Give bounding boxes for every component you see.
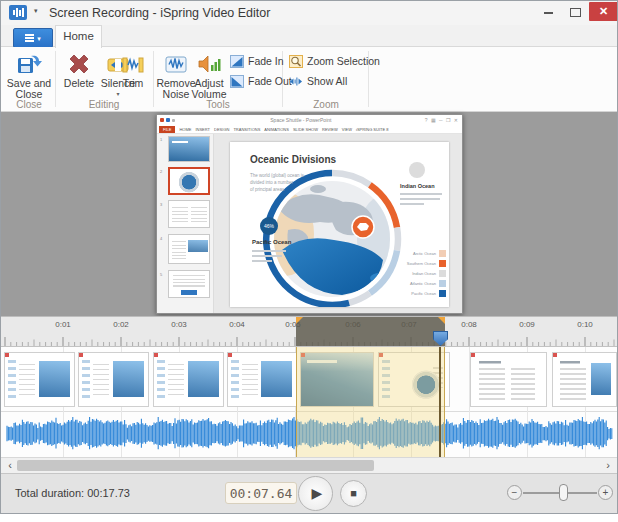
video-preview-area: Space Shuttle - PowerPoint ? ▦ ─ ❐ ✕ FIL… (1, 112, 617, 316)
slide-body-text: The world (global) ocean is divided into… (250, 172, 310, 193)
group-separator (55, 51, 56, 107)
total-duration-label: Total duration: (15, 487, 84, 499)
ppt-save-icon (166, 118, 170, 122)
legend-row: Indian Ocean (368, 268, 446, 278)
group-separator (153, 51, 154, 107)
ppt-slide-panel: 1 2 3 4 5 (157, 134, 214, 313)
timeline-thumbnail[interactable] (227, 352, 297, 407)
ruler-label: 0:08 (457, 320, 481, 329)
text-line (252, 250, 286, 252)
ruler-label: 0:03 (167, 320, 191, 329)
total-duration-value: 00:17.73 (87, 487, 130, 499)
play-button[interactable]: ▶ (298, 476, 333, 511)
timeline-thumbnail[interactable] (78, 352, 149, 407)
app-menu-icon (25, 34, 34, 42)
zoom-selection-label: Zoom Selection (307, 55, 380, 67)
remove-noise-icon (163, 51, 189, 77)
timeline-scrollbar[interactable]: ‹ › (1, 457, 617, 473)
scrollbar-thumb[interactable] (17, 460, 374, 471)
ppt-logo-icon (160, 118, 164, 122)
timeline-thumbnail[interactable] (470, 352, 547, 407)
fade-in-icon (230, 55, 244, 68)
slide-number: 5 (160, 272, 162, 277)
close-button[interactable]: ✕ (589, 2, 618, 21)
ppt-tab: ANIMATIONS (264, 127, 289, 132)
slide-number: 1 (160, 137, 162, 142)
ppt-slide-canvas: Oceanic Divisions The world (global) oce… (230, 142, 449, 307)
fade-out-button[interactable]: Fade Out (230, 73, 292, 89)
ruler-label: 0:09 (515, 320, 539, 329)
timeline-ruler[interactable]: 0:01 0:02 0:03 0:04 0:05 0:06 0:07 0:08 … (1, 316, 617, 347)
ruler-label: 0:10 (573, 320, 597, 329)
trim-icon (120, 51, 146, 77)
show-all-icon (289, 75, 303, 88)
track-selection-overlay[interactable] (296, 347, 445, 457)
ribbon: Save and Close Close Delete Silence ▾ (1, 47, 617, 112)
playhead-line[interactable] (439, 347, 441, 457)
adjust-volume-label: Adjust Volume (191, 77, 226, 100)
app-menu-button[interactable]: ▾ (13, 28, 53, 48)
ppt-titlebar: Space Shuttle - PowerPoint ? ▦ ─ ❐ ✕ (157, 115, 462, 125)
group-label-zoom: Zoom (285, 99, 367, 110)
delete-icon (66, 51, 92, 77)
selection-start-handle[interactable] (296, 317, 303, 324)
tab-home[interactable]: Home (55, 25, 102, 48)
ppt-body: 1 2 3 4 5 (157, 134, 462, 313)
ruler-selection[interactable] (296, 317, 445, 346)
current-time-display: 00:07.64 (225, 482, 297, 504)
legend-swatch (439, 280, 446, 287)
group-label-editing: Editing (57, 99, 151, 110)
ocean-legend: Arctic Ocean Southern Ocean Indian Ocean… (368, 248, 446, 298)
text-line (252, 255, 282, 257)
window-title: Screen Recording - iSpring Video Editor (49, 1, 270, 25)
timeline-thumbnail[interactable] (4, 352, 75, 407)
ppt-thumb-1 (168, 136, 210, 162)
timeline-thumbnail[interactable] (153, 352, 224, 407)
ppt-thumb-3 (168, 200, 210, 228)
legend-row: Pacific Ocean (368, 288, 446, 298)
text-line (252, 260, 272, 262)
zoom-slider-thumb[interactable] (559, 484, 568, 501)
legend-swatch (439, 290, 446, 297)
fade-in-button[interactable]: Fade In (230, 53, 284, 69)
ppt-title: Space Shuttle - PowerPoint (177, 117, 425, 123)
zoom-out-button[interactable]: − (507, 485, 522, 500)
ppt-thumb-2-selected (168, 167, 210, 195)
minimize-button[interactable] (535, 2, 561, 21)
slide-number: 3 (160, 202, 162, 207)
ppt-ribbon-tabs: FILE HOME INSERT DESIGN TRANSITIONS ANIM… (157, 125, 462, 134)
scroll-left-arrow-icon[interactable]: ‹ (3, 458, 17, 473)
zoom-in-button[interactable]: + (598, 485, 613, 500)
legend-swatch (439, 260, 446, 267)
ppt-tab-file: FILE (159, 126, 175, 133)
legend-row: Arctic Ocean (368, 248, 446, 258)
total-duration: Total duration: 00:17.73 (15, 474, 130, 512)
ruler-label: 0:04 (225, 320, 249, 329)
delete-label: Delete (64, 77, 94, 89)
show-all-button[interactable]: Show All (289, 73, 347, 89)
ppt-tab: INSERT (195, 127, 210, 132)
ppt-tab: DESIGN (214, 127, 229, 132)
selection-end-handle[interactable] (438, 317, 445, 324)
adjust-volume-icon (196, 51, 222, 77)
ruler-label: 0:02 (109, 320, 133, 329)
group-label-tools: Tools (155, 99, 281, 110)
transport-bar: Total duration: 00:17.73 00:07.64 ▶ ■ − … (1, 473, 617, 513)
ppt-tab: iSPRING SUITE 8 (356, 127, 388, 132)
slide-number: 2 (160, 169, 162, 174)
title-bar: ▾ Screen Recording - iSpring Video Edito… (1, 1, 617, 25)
ppt-tab: SLIDE SHOW (293, 127, 318, 132)
ppt-window-controls: ? ▦ ─ ❐ ✕ (425, 117, 459, 123)
save-close-label: Save and Close (7, 77, 51, 100)
quick-access-caret-icon[interactable]: ▾ (34, 7, 38, 15)
zoom-selection-button[interactable]: Zoom Selection (289, 53, 380, 69)
maximize-button[interactable] (562, 2, 588, 21)
app-window: ▾ Screen Recording - iSpring Video Edito… (0, 0, 618, 514)
stop-button[interactable]: ■ (340, 480, 367, 507)
trim-label: Trim (123, 77, 144, 89)
timeline-thumbnail[interactable] (552, 352, 617, 407)
indian-ocean-badge (409, 162, 425, 178)
text-line (400, 193, 442, 195)
scroll-right-arrow-icon[interactable]: › (601, 458, 615, 473)
legend-swatch (439, 250, 446, 257)
